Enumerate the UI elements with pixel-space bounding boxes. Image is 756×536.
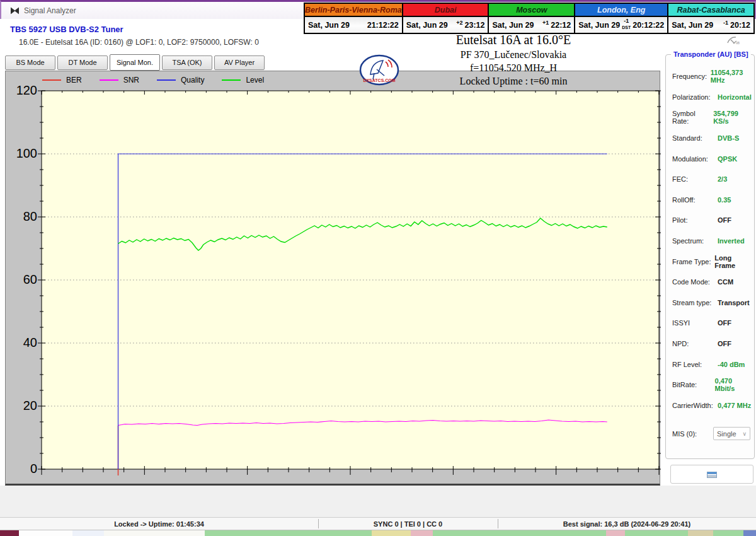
clock-offset-number: -1 (723, 20, 728, 26)
clock-time-row: Sat, Jun 2921:12:22 (305, 17, 402, 33)
background-window-strip (0, 530, 756, 536)
strip-segment (625, 530, 688, 536)
strip-segment (743, 530, 756, 536)
transponder-value: 2/3 (718, 175, 727, 183)
transponder-value: 0,470 Mbit/s (715, 377, 752, 392)
strip-segment (411, 530, 433, 536)
clock-time: 22:12 (551, 21, 571, 30)
transponder-row-rolloff: RollOff:0.35 (672, 190, 752, 211)
mis-label: MIS (0): (672, 430, 713, 438)
svg-text:dB: dB (736, 41, 740, 45)
transponder-label: Frequency: (672, 73, 711, 80)
clock-time-row: Sat, Jun 29-1DST20:12:22 (575, 17, 667, 33)
transponder-row-symbol-rate: Symbol Rate:354,799 KS/s (672, 107, 752, 128)
clock-offset-number: +2 (456, 20, 462, 26)
clock-time: 20:12 (730, 21, 750, 30)
world-clock-bar: Berlin-Paris-Vienna-RomaSat, Jun 2921:12… (304, 3, 755, 34)
clock-city: Rabat-Casablanca (668, 4, 753, 17)
transponder-value: Transport (718, 299, 750, 306)
mux-list-button[interactable] (670, 465, 753, 484)
transponder-label: NPD: (672, 340, 718, 347)
clock-city: London, Eng (575, 4, 667, 17)
status-best-signal: Best signal: 16,3 dB (2024-06-29 20:41) (498, 518, 756, 530)
clock-time-row: Sat, Jun 29+122:12 (489, 17, 574, 33)
strip-segment (372, 530, 411, 536)
strip-segment (72, 530, 104, 536)
transponder-value: OFF (718, 319, 731, 327)
mis-dropdown[interactable]: Single ∨ (713, 427, 750, 440)
transponder-label: Pilot: (672, 216, 718, 224)
transponder-label: ISSYI (672, 319, 718, 327)
clock-utc-offset: +2 (456, 22, 462, 28)
transponder-row-stream-type: Stream type:Transport (672, 293, 752, 313)
transponder-row-code-mode: Code Mode:CCM (672, 272, 752, 293)
y-axis-labels: 020406080100120 (6, 71, 37, 486)
transponder-label: Modulation: (672, 155, 718, 163)
dxsatcs-logo: DXSATCS.COM (359, 54, 399, 88)
transponder-row-rf-level: RF Level:-40 dBm (672, 354, 752, 375)
transponder-row-carrierwidth: CarrierWidth:0,477 MHz (672, 395, 752, 416)
transponder-label: RF Level: (672, 361, 718, 368)
y-axis-label: 60 (7, 272, 37, 287)
transponder-row-frequency: Frequency:11054,373 MHz (672, 66, 752, 87)
y-axis-label: 80 (7, 209, 37, 224)
y-axis-label: 20 (7, 399, 37, 413)
window-title: Signal Analyzer (24, 6, 76, 15)
transponder-value: Inverted (718, 237, 745, 245)
transponder-label: Symbol Rate: (672, 110, 713, 125)
clock-offset-dst: DST (622, 25, 631, 30)
clock-time-row: Sat, Jun 29-120:12 (668, 17, 753, 33)
clock-time: 21:12:22 (367, 21, 399, 30)
status-sync-counters: SYNC 0 | TEI 0 | CC 0 (318, 518, 498, 530)
chevron-down-icon: ∨ (742, 431, 747, 437)
tab-signal-mon[interactable]: Signal Mon. (110, 54, 160, 71)
satellite-icon: dB (726, 35, 740, 47)
transponder-label: Spectrum: (672, 237, 718, 245)
transponder-label: Standard: (672, 134, 718, 142)
mis-dropdown-value: Single (717, 430, 736, 438)
transponder-value: OFF (718, 340, 731, 347)
transponder-label: FEC: (672, 175, 718, 183)
clock-city: Dubai (403, 4, 488, 17)
transponder-value: 11054,373 MHz (711, 69, 752, 84)
clock-time-row: Sat, Jun 29+223:12 (403, 17, 488, 33)
transponder-value: DVB-S (718, 134, 739, 142)
y-axis-label: 40 (7, 335, 37, 350)
transponder-rows: Frequency:11054,373 MHzPolarization:Hori… (672, 66, 752, 416)
strip-segment (433, 530, 606, 536)
signal-analyzer-window: Signal Analyzer Berlin-Paris-Vienna-Roma… (0, 0, 756, 536)
transponder-row-frame-type: Frame Type:Long Frame (672, 251, 752, 272)
tab-dt-mode[interactable]: DT Mode (57, 55, 108, 70)
strip-segment (205, 530, 372, 536)
transponder-label: Polarization: (672, 93, 718, 101)
transponder-value: Horizontal (718, 93, 752, 101)
transponder-row-bitrate: BitRate:0,470 Mbit/s (672, 375, 752, 395)
chart-canvas (6, 71, 661, 486)
transponder-label: Frame Type: (672, 258, 714, 265)
tab-bs-mode[interactable]: BS Mode (5, 55, 55, 70)
logo-text: DXSATCS.COM (363, 78, 395, 83)
status-uptime: Locked -> Uptime: 01:45:34 (0, 518, 318, 530)
transponder-label: Stream type: (672, 299, 718, 306)
y-axis-label: 0 (7, 462, 37, 476)
clock-date: Sat, Jun 29 (308, 21, 367, 30)
satellite-dish-app-icon (9, 6, 20, 19)
transponder-label: CarrierWidth: (672, 402, 718, 409)
tab-av-player[interactable]: AV Player (214, 55, 265, 70)
transponder-value: CCM (718, 278, 733, 286)
transponder-value: 0,477 MHz (718, 402, 751, 409)
clock-date: Sat, Jun 29 (672, 21, 721, 30)
clock-offset-number: -1 (624, 18, 629, 24)
clock-date: Sat, Jun 29 (492, 21, 540, 30)
clock-time: 20:12:22 (633, 21, 664, 30)
clock-utc-offset: +1 (542, 22, 549, 28)
clock-date: Sat, Jun 29 (578, 21, 620, 30)
transponder-label: Code Mode: (672, 278, 718, 286)
strip-segment (713, 530, 743, 536)
satellite-name: Eutelsat 16A at 16.0°E (378, 33, 649, 47)
tab-tsa-ok[interactable]: TSA (OK) (162, 55, 212, 70)
transponder-label: RollOff: (672, 196, 718, 204)
transponder-panel-title: Transponder (AU) [BS] (671, 50, 751, 58)
transponder-row-spectrum: Spectrum:Inverted (672, 231, 752, 252)
strip-segment (104, 530, 205, 536)
